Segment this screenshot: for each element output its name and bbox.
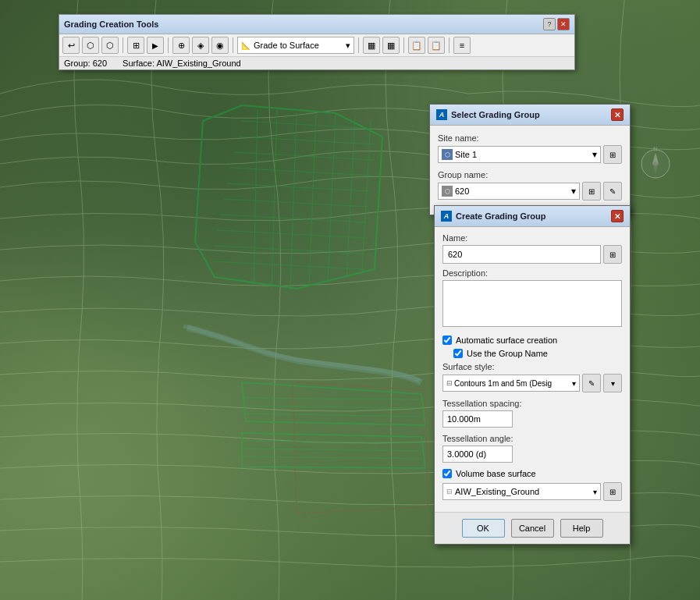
tool-btn-3[interactable]: ⊞ (127, 37, 144, 54)
surface-style-label: Surface style: (442, 362, 622, 371)
name-input[interactable] (442, 245, 601, 264)
tool-btn-9[interactable]: ▦ (382, 37, 400, 54)
create-grading-titlebar: A Create Grading Group ✕ (435, 206, 630, 227)
tess-spacing-label: Tessellation spacing: (442, 399, 622, 408)
volume-surface-icon: ⊟ (446, 488, 453, 495)
volume-base-value: AIW_Existing_Ground (455, 487, 591, 496)
name-row: ⊞ (442, 245, 622, 264)
tool-btn-8[interactable]: ▦ (363, 37, 380, 54)
description-label: Description: (442, 268, 622, 278)
tool-btn-6[interactable]: ◈ (192, 37, 209, 54)
separator-6 (449, 37, 449, 53)
toolbar-content: ↩ ⬡ ⬡ ⊞ ▶ ⊕ ◈ ◉ 📐 Grade to Surface ▾ ▦ ▦… (59, 34, 574, 56)
cancel-button[interactable]: Cancel (511, 519, 554, 538)
create-grading-title-text: Create Grading Group (456, 211, 546, 221)
select-grading-dialog: A Select Grading Group ✕ Site name: ⬡ Si… (429, 104, 631, 215)
auto-surface-checkbox[interactable] (442, 336, 452, 345)
svg-marker-18 (242, 382, 425, 425)
select-grading-title-text: Select Grading Group (451, 110, 540, 119)
select-grading-close-btn[interactable]: ✕ (611, 108, 624, 121)
tess-spacing-input[interactable] (442, 410, 513, 428)
surface-style-select[interactable]: ⊟ Contours 1m and 5m (Desig ▾ (442, 375, 580, 392)
create-grading-close-btn[interactable]: ✕ (611, 210, 624, 222)
tess-angle-input[interactable] (442, 446, 513, 463)
status-surface: Surface: AIW_Existing_Ground (123, 59, 241, 68)
surface-style-row: ⊟ Contours 1m and 5m (Desig ▾ ✎ ▾ (442, 374, 622, 392)
select-grading-titlebar: A Select Grading Group ✕ (430, 105, 630, 126)
tess-angle-label: Tessellation angle: (442, 434, 622, 443)
create-grading-body: Name: ⊞ Description: Automatic surface c… (435, 227, 630, 512)
group-name-row: ⬡ 620 ▾ ⊞ ✎ (438, 182, 622, 201)
separator-3 (233, 37, 233, 53)
svg-line-32 (297, 507, 428, 513)
site-name-label: Site name: (438, 133, 622, 143)
toolbar-window: Grading Creation Tools ? ✕ ↩ ⬡ ⬡ ⊞ ▶ ⊕ ◈… (59, 14, 575, 70)
tool-btn-4[interactable]: ▶ (147, 37, 164, 54)
group-edit-btn[interactable]: ✎ (603, 182, 622, 201)
create-grading-footer: OK Cancel Help (435, 512, 630, 544)
use-group-name-label: Use the Group Name (467, 349, 548, 358)
site-dropdown-arrow: ▾ (592, 149, 597, 160)
tool-btn-10[interactable]: 📋 (408, 37, 425, 54)
grade-dropdown-arrow: ▾ (346, 41, 350, 51)
help-button[interactable]: Help (560, 519, 603, 538)
separator-4 (358, 37, 359, 53)
tool-btn-1[interactable]: ⬡ (82, 37, 99, 54)
tool-btn-12[interactable]: ≡ (453, 37, 471, 54)
volume-base-select-row: ⊟ AIW_Existing_Ground ▾ ⊞ (442, 482, 622, 501)
use-group-name-checkbox[interactable] (453, 349, 463, 358)
grade-dropdown-label: Grade to Surface (254, 41, 346, 50)
tool-btn-2[interactable]: ⬡ (101, 37, 119, 54)
group-name-label: Group name: (438, 170, 622, 179)
toolbar-help-btn[interactable]: ? (543, 18, 556, 30)
site-name-value: Site 1 (455, 150, 590, 159)
toolbar-window-controls: ? ✕ (543, 18, 570, 30)
toolbar-title: Grading Creation Tools (64, 20, 158, 29)
volume-base-select[interactable]: ⊟ AIW_Existing_Ground ▾ (442, 483, 601, 500)
surface-style-menu-btn[interactable]: ▾ (603, 374, 622, 392)
description-input[interactable] (442, 280, 622, 327)
use-group-name-row: Use the Group Name (453, 349, 622, 358)
create-grading-title-container: A Create Grading Group (441, 211, 546, 222)
tess-angle-row (442, 446, 622, 463)
group-icon: ⬡ (442, 186, 453, 197)
volume-base-row: Volume base surface (442, 469, 622, 478)
toolbar-close-btn[interactable]: ✕ (557, 18, 570, 30)
tool-btn-11[interactable]: 📋 (428, 37, 445, 54)
ok-button[interactable]: OK (462, 519, 505, 538)
svg-text:N: N (653, 145, 658, 152)
name-label: Name: (442, 233, 622, 243)
autodesk-icon-select: A (436, 109, 447, 120)
surface-style-icon: ⊟ (446, 379, 453, 387)
site-select[interactable]: ⬡ Site 1 ▾ (438, 146, 601, 163)
surface-style-edit-btn[interactable]: ✎ (582, 374, 601, 392)
tess-spacing-row (442, 410, 622, 428)
auto-surface-row: Automatic surface creation (442, 336, 622, 345)
separator-1 (123, 37, 123, 53)
auto-surface-label: Automatic surface creation (456, 336, 557, 345)
grade-dropdown[interactable]: 📐 Grade to Surface ▾ (237, 37, 354, 54)
create-grading-dialog: A Create Grading Group ✕ Name: ⊞ Descrip… (434, 205, 631, 545)
group-dropdown-arrow: ▾ (571, 186, 576, 197)
tool-btn-5[interactable]: ⊕ (172, 37, 190, 54)
volume-base-btn[interactable]: ⊞ (603, 482, 622, 501)
autodesk-icon-create: A (441, 211, 452, 222)
site-name-row: ⬡ Site 1 ▾ ⊞ (438, 145, 622, 164)
undo-btn[interactable]: ↩ (62, 37, 80, 54)
group-select[interactable]: ⬡ 620 ▾ (438, 183, 580, 200)
surface-style-value: Contours 1m and 5m (Desig (454, 379, 570, 388)
site-add-btn[interactable]: ⊞ (603, 145, 622, 164)
tool-btn-7[interactable]: ◉ (211, 37, 229, 54)
group-name-value: 620 (455, 186, 569, 196)
status-group: Group: 620 (64, 59, 107, 68)
toolbar-status-bar: Group: 620 Surface: AIW_Existing_Ground (59, 56, 574, 69)
select-grading-body: Site name: ⬡ Site 1 ▾ ⊞ Group name: ⬡ 62… (430, 126, 630, 215)
separator-5 (403, 37, 404, 53)
name-pick-btn[interactable]: ⊞ (603, 245, 622, 264)
volume-base-arrow: ▾ (593, 488, 597, 496)
surface-style-arrow: ▾ (572, 379, 576, 388)
separator-2 (168, 37, 169, 53)
group-add-btn[interactable]: ⊞ (582, 182, 601, 201)
toolbar-titlebar: Grading Creation Tools ? ✕ (59, 15, 574, 34)
volume-base-checkbox[interactable] (442, 469, 452, 478)
